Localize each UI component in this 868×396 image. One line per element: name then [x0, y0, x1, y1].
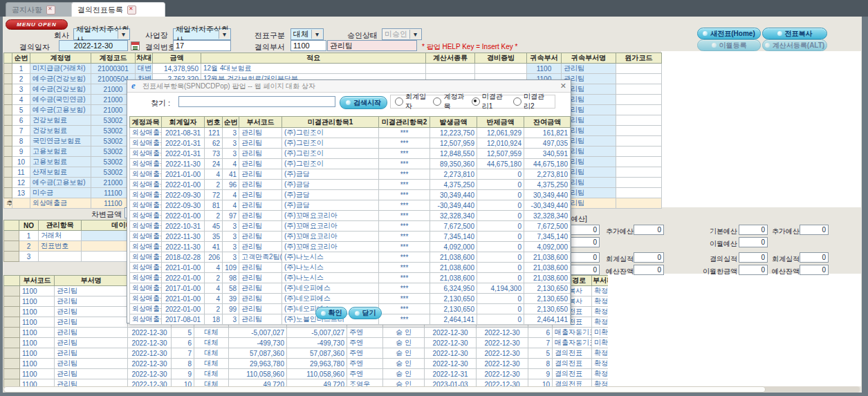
radio-button[interactable] — [513, 97, 521, 106]
cell[interactable]: 97 — [223, 211, 239, 221]
cell[interactable]: 32,328,340 — [524, 211, 571, 221]
cell[interactable]: 대체 — [194, 338, 229, 348]
cell[interactable]: 0 — [477, 200, 524, 211]
cell[interactable]: 외상매출금 — [130, 200, 162, 211]
cell[interactable] — [4, 241, 19, 252]
cell[interactable]: 2021-01-00 — [162, 169, 205, 180]
cell[interactable] — [616, 115, 662, 126]
slip-no-input[interactable]: 17 — [173, 40, 231, 51]
cell[interactable]: 관리팀 — [239, 304, 282, 314]
company-select[interactable]: 제일저지주식회사 — [73, 28, 130, 40]
cell[interactable]: 18 — [205, 314, 223, 325]
cell[interactable] — [4, 136, 12, 147]
cell[interactable]: 건강보험료 — [30, 115, 91, 126]
cell[interactable]: 고용보험료 — [30, 157, 91, 167]
cell[interactable] — [39, 252, 82, 262]
cell[interactable]: 0 — [477, 273, 524, 283]
cell[interactable]: 주엔 — [347, 328, 383, 338]
cell[interactable] — [4, 178, 12, 188]
table-row[interactable]: 외상매출금2018-02-282063고객만족2팀(J2(주)나노시스***21… — [130, 252, 571, 263]
cell[interactable]: 41 — [223, 169, 239, 180]
cell[interactable]: 2022-12-30 — [128, 328, 172, 338]
cell[interactable] — [4, 157, 12, 167]
cell[interactable]: 4 — [223, 190, 239, 200]
cell[interactable]: 0 — [477, 314, 524, 325]
new-slip-button[interactable]: 새전표(Home) — [697, 28, 761, 39]
cell[interactable]: *** — [379, 180, 430, 190]
table-row[interactable]: 외상매출금2022-10-31453관리팀(주)꼬매요코리아***7,672,5… — [130, 221, 571, 232]
cell[interactable]: 340,591 — [524, 149, 571, 159]
cell[interactable]: 21,038,600 — [524, 273, 571, 283]
cell[interactable]: 21,038,600 — [524, 263, 571, 273]
cell[interactable] — [616, 136, 662, 147]
table-row[interactable]: 1미지급금(거래처)21000301대변14,378,95012월 4대보험료1… — [4, 64, 662, 74]
cell[interactable]: 13 — [12, 188, 30, 198]
cell[interactable]: 110,058,960 — [287, 369, 347, 379]
cell[interactable]: 4 — [205, 294, 223, 304]
cell[interactable]: 외상매출금 — [130, 242, 162, 252]
cell[interactable] — [4, 369, 20, 379]
cell[interactable]: 관리팀 — [55, 328, 128, 338]
budget-input[interactable]: 0 — [800, 252, 829, 263]
cell[interactable]: 2022-01-00 — [162, 180, 205, 190]
scrollbar-thumb[interactable] — [3, 386, 766, 393]
cell[interactable]: 관리팀 — [55, 307, 128, 317]
cell[interactable] — [616, 147, 662, 157]
cell[interactable]: 21,038,600 — [430, 273, 477, 283]
cell[interactable]: 외상매출금 — [130, 232, 162, 242]
cell[interactable]: 2022-12-30 — [477, 328, 528, 338]
slip-type-select[interactable]: 대체 — [290, 28, 324, 40]
cell[interactable]: 외상매출금 — [130, 294, 162, 304]
cell[interactable]: 관리팀 — [239, 190, 282, 200]
cell[interactable]: 관리팀 — [55, 348, 128, 359]
cell[interactable]: *** — [379, 138, 430, 149]
cell[interactable]: 1100 — [20, 348, 55, 359]
cell[interactable]: 2 — [205, 304, 223, 314]
cell[interactable] — [4, 188, 12, 198]
cell[interactable] — [4, 147, 12, 157]
radio-label[interactable]: 회계일자 — [405, 92, 428, 111]
cell[interactable]: (주)나노시스 — [282, 263, 379, 273]
cell[interactable]: 0 — [477, 221, 524, 232]
cell[interactable]: 7,672,500 — [430, 221, 477, 232]
cell[interactable]: 12,010,924 — [477, 138, 524, 149]
cell[interactable]: 외상매출금 — [130, 314, 162, 325]
cell[interactable]: 109 — [223, 263, 239, 273]
cell[interactable]: 2,273,810 — [430, 169, 477, 180]
cell[interactable] — [4, 348, 20, 359]
cell[interactable]: 12,507,959 — [477, 149, 524, 159]
cell[interactable]: 12,507,959 — [430, 138, 477, 149]
cell[interactable]: 2021-08-31 — [162, 128, 205, 138]
cell[interactable]: 3 — [223, 149, 239, 159]
table-row[interactable]: 1100관리팀2022-12-307대체57,087,36057,087,360… — [4, 348, 609, 359]
cell[interactable]: 외상매출금 — [130, 190, 162, 200]
cell[interactable]: 관리팀 — [239, 221, 282, 232]
cell[interactable] — [4, 338, 20, 348]
cell[interactable]: 대체 — [194, 369, 229, 379]
cell[interactable]: 4 — [223, 200, 239, 211]
find-input[interactable] — [178, 96, 335, 107]
budget-input[interactable]: 0 — [739, 265, 768, 275]
cell[interactable]: 7 — [172, 348, 194, 359]
cell[interactable]: 승 인 — [383, 328, 425, 338]
cell[interactable]: 161,821 — [524, 128, 571, 138]
cell[interactable] — [4, 252, 19, 262]
cell[interactable]: 6,324,950 — [430, 283, 477, 294]
cell[interactable]: 2022-09-30 — [162, 190, 205, 200]
cell[interactable]: 0 — [477, 263, 524, 273]
cell[interactable]: 4,375,250 — [524, 180, 571, 190]
cell[interactable]: 3 — [223, 138, 239, 149]
cell[interactable]: 2021-01-00 — [162, 263, 205, 273]
cell[interactable]: 99 — [223, 304, 239, 314]
cell[interactable]: 24 — [205, 159, 223, 169]
cell[interactable]: 44,675,180 — [477, 159, 524, 169]
cell[interactable]: 대체 — [194, 348, 229, 359]
cell[interactable]: 2 — [205, 180, 223, 190]
cell[interactable]: 89,350,360 — [430, 159, 477, 169]
cell[interactable]: 승 인 — [383, 338, 425, 348]
cell[interactable]: 3 — [223, 221, 239, 232]
cell[interactable]: 7 — [528, 338, 553, 348]
cell[interactable]: (주)나노시스 — [282, 252, 379, 263]
popup-title-bar[interactable]: 전표세부항목(SPNDCDPop) 팝업 -- 웹 페이지 대화 상자 ✕ — [127, 80, 571, 93]
cell[interactable]: *** — [379, 128, 430, 138]
